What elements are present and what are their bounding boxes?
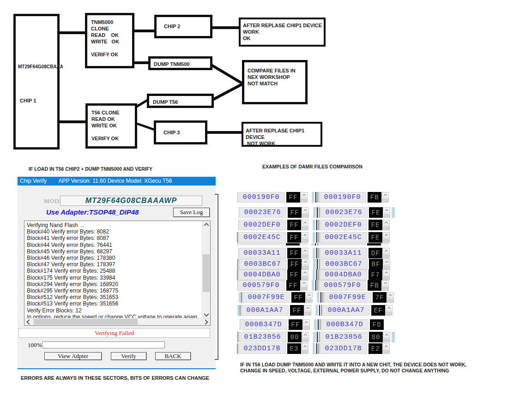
hex-address-field[interactable]: 0002DEF0 (238, 220, 286, 230)
hex-address-field[interactable]: 000190F0 (319, 192, 366, 203)
hex-value-field[interactable]: FE (369, 207, 383, 218)
hex-address-field[interactable]: 000B347D (240, 319, 287, 330)
hex-address-field[interactable]: 00033A11 (320, 248, 367, 258)
spinner-up-button[interactable] (302, 269, 308, 280)
hex-address-field[interactable]: 0002DEF0 (320, 220, 367, 230)
spinner-up-button[interactable] (383, 232, 390, 243)
spinner-up-button[interactable] (386, 305, 393, 316)
hex-value-field[interactable]: FD (370, 319, 384, 330)
spinner-up-button[interactable] (381, 243, 388, 245)
hex-address-field[interactable]: 023DD17B (238, 343, 286, 354)
spinner-up-button[interactable] (302, 332, 309, 342)
hex-address-field[interactable]: 023DD17B (320, 343, 367, 354)
horizontal-scrollbar-thumb[interactable] (34, 319, 138, 325)
hex-address-field[interactable]: 0002E45C (320, 232, 367, 243)
spinner-up-button[interactable] (383, 332, 390, 342)
hex-value-field[interactable]: 80 (369, 332, 383, 342)
spinner-up-button[interactable] (382, 192, 389, 203)
hex-value-field[interactable]: DF (369, 248, 382, 258)
hex-address-field[interactable]: 0002E45C (318, 243, 366, 245)
hex-address-field[interactable]: 000B347D (321, 319, 369, 330)
hex-address-field[interactable]: 01B23856 (320, 332, 368, 342)
hex-address-field[interactable]: 0002E45C (238, 232, 286, 243)
hex-value-field[interactable]: FF (289, 319, 302, 330)
dialog-title: Chip Verify (20, 178, 47, 184)
scroll-down-button[interactable] (202, 311, 210, 318)
spinner-up-button[interactable] (383, 207, 390, 218)
hex-value-field[interactable]: BF (369, 259, 383, 269)
hex-value-field[interactable]: 7F (373, 292, 387, 303)
spinner-up-button[interactable] (382, 280, 389, 291)
hex-value-field[interactable]: FE (367, 243, 381, 245)
status-box: Verifying Failed (18, 328, 210, 338)
spinner-up-button[interactable] (304, 305, 311, 316)
hex-value-field[interactable]: FF (288, 207, 302, 218)
spinner-up-button[interactable] (303, 319, 310, 330)
hex-value-field[interactable]: FF (291, 292, 305, 303)
spinner-up-button[interactable] (383, 343, 390, 354)
spinner-up-button[interactable] (302, 259, 309, 269)
back-button[interactable]: BACK (155, 352, 191, 360)
hex-address-field[interactable]: 0004DBA0 (320, 269, 367, 280)
scroll-right-button[interactable] (202, 318, 209, 325)
hex-address-field[interactable]: 000579F0 (319, 280, 366, 291)
hex-address-field[interactable]: 000190F0 (237, 192, 285, 203)
scroll-left-button[interactable] (25, 318, 33, 325)
hex-value-field[interactable]: FF (287, 269, 301, 280)
save-log-button[interactable]: Save Log (173, 208, 210, 217)
vertical-scrollbar[interactable] (202, 221, 210, 318)
hex-address-field[interactable]: 00023E76 (320, 207, 368, 218)
hex-address-field[interactable]: 0004DBA0 (238, 269, 286, 280)
spinner-up-button[interactable] (302, 207, 309, 218)
hex-address-field[interactable]: 000579F0 (237, 280, 285, 291)
horizontal-scrollbar[interactable] (24, 318, 210, 325)
hex-value-field[interactable]: FB (368, 192, 381, 203)
spinner-up-button[interactable] (300, 243, 307, 245)
hex-value-field[interactable]: FF (286, 192, 300, 203)
hex-value-field[interactable]: E2 (369, 343, 382, 354)
spinner-up-button[interactable] (383, 269, 390, 280)
hex-value-field[interactable]: E3 (287, 343, 301, 354)
dialog-titlebar[interactable]: Chip Verify APP Version: 11.60 Device Mo… (18, 177, 216, 186)
scroll-up-button[interactable] (202, 221, 210, 228)
spinner-up-button[interactable] (383, 248, 390, 258)
hex-value-field[interactable]: FF (287, 232, 301, 243)
spinner-up-button[interactable] (302, 248, 308, 258)
hex-value-field[interactable]: FF (287, 220, 301, 230)
hex-address-field[interactable]: 000A1AA7 (241, 305, 289, 316)
hex-address-field[interactable]: 00033A11 (238, 248, 286, 258)
hex-value-field[interactable]: FF (290, 305, 304, 316)
hex-value-field[interactable]: FF (287, 248, 301, 258)
hex-address-field[interactable]: 0003BC67 (239, 259, 286, 269)
hex-value-field[interactable]: FE (369, 232, 382, 243)
hex-value-field[interactable]: EF (371, 305, 385, 316)
hex-address-field[interactable]: 0003BC67 (320, 259, 368, 269)
log-text[interactable]: Verifying Nand Flash ... Block#40 Verify… (24, 221, 202, 318)
hex-address-field[interactable]: 00023E76 (239, 207, 286, 218)
spinner-up-button[interactable] (302, 343, 308, 354)
verify-button[interactable]: Verify (111, 352, 146, 360)
spinner-up-button[interactable] (302, 232, 308, 243)
view-adapter-button[interactable]: View Adpter (44, 352, 102, 360)
hex-value-field[interactable]: FB (368, 280, 381, 291)
hex-value-field[interactable]: FF (288, 259, 302, 269)
hex-value-field[interactable]: FF (286, 243, 300, 245)
hex-address-field[interactable]: 0002E45C (237, 243, 284, 245)
spinner-up-button[interactable] (301, 280, 308, 291)
spinner-up-button[interactable] (301, 192, 308, 203)
spinner-up-button[interactable] (383, 220, 390, 230)
hex-address-field[interactable]: 0007F99E (324, 292, 371, 303)
hex-value-field[interactable]: F7 (369, 269, 382, 280)
hex-address-field[interactable]: 01B23856 (239, 332, 286, 342)
spinner-up-button[interactable] (383, 259, 390, 269)
spinner-up-button[interactable] (306, 292, 313, 303)
hex-value-field[interactable]: FE (369, 220, 382, 230)
spinner-up-button[interactable] (302, 220, 308, 230)
hex-address-field[interactable]: 0007F99E (242, 292, 290, 303)
hex-value-field[interactable]: 00 (288, 332, 302, 342)
vertical-scrollbar-thumb[interactable] (203, 254, 210, 292)
hex-value-field[interactable]: FF (286, 280, 300, 291)
hex-address-field[interactable]: 000A1AA7 (322, 305, 370, 316)
spinner-up-button[interactable] (387, 292, 394, 303)
model-field[interactable]: MT29F64G08CBAAAWP (60, 196, 202, 206)
